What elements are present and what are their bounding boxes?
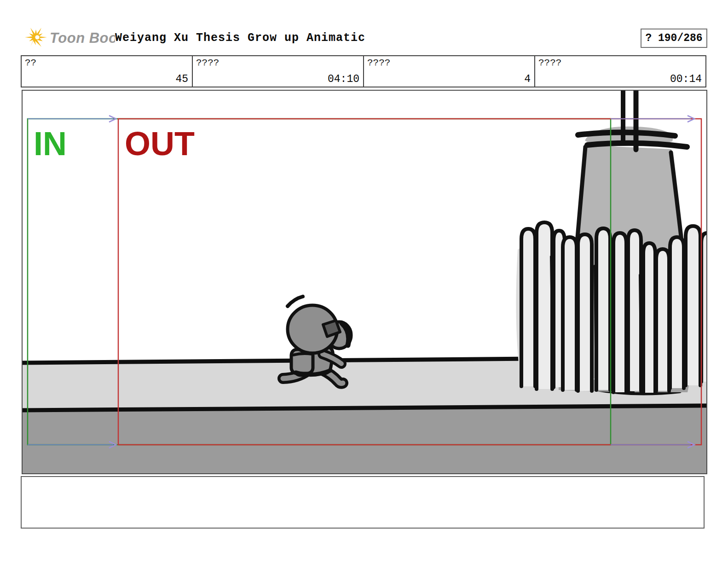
grass-blade bbox=[578, 234, 592, 391]
storyboard-panel: IN OUT bbox=[22, 90, 707, 474]
info-cell-time: ???? 04:10 bbox=[192, 56, 363, 87]
info-label: ???? bbox=[367, 58, 390, 68]
page-number-badge: ? 190/286 bbox=[641, 29, 707, 48]
grass-blade bbox=[596, 228, 610, 390]
grass-blade bbox=[701, 233, 706, 382]
grass-blade bbox=[521, 229, 535, 386]
grass-blade bbox=[537, 222, 552, 389]
toonboom-logo-icon: Toon Boom bbox=[23, 24, 115, 52]
info-label: ???? bbox=[538, 58, 561, 68]
page-title: Weiyang Xu Thesis Grow up Animatic bbox=[115, 31, 365, 45]
camera-out-label: OUT bbox=[125, 125, 195, 162]
grass-blade bbox=[563, 237, 577, 390]
panel-drawing: IN OUT bbox=[23, 91, 706, 473]
info-value: 00:14 bbox=[670, 73, 702, 85]
info-cell-duration: ???? 00:14 bbox=[534, 56, 705, 87]
grass-blade bbox=[628, 230, 641, 391]
info-label: ?? bbox=[25, 58, 36, 68]
grass-blade bbox=[643, 243, 655, 393]
info-cell-scene: ???? 4 bbox=[363, 56, 534, 87]
logo-star-center bbox=[35, 35, 39, 39]
logo-text: Toon Boom bbox=[50, 30, 115, 46]
info-cell-panel: ?? 45 bbox=[22, 56, 192, 87]
camera-in-label: IN bbox=[34, 125, 67, 162]
caption-box bbox=[21, 476, 705, 529]
info-label: ???? bbox=[196, 58, 219, 68]
storyboard-page: Toon Boom Weiyang Xu Thesis Grow up Anim… bbox=[0, 0, 728, 564]
grass-blade bbox=[686, 226, 700, 385]
grass-blade bbox=[656, 249, 669, 391]
info-value: 45 bbox=[175, 73, 188, 85]
ground bbox=[23, 406, 706, 473]
info-value: 04:10 bbox=[328, 73, 359, 85]
grass-blade bbox=[670, 237, 684, 388]
shot-info-table: ?? 45 ???? 04:10 ???? 4 ???? 00:14 bbox=[21, 55, 706, 87]
info-value: 4 bbox=[524, 73, 531, 85]
grass-blade bbox=[613, 233, 626, 392]
